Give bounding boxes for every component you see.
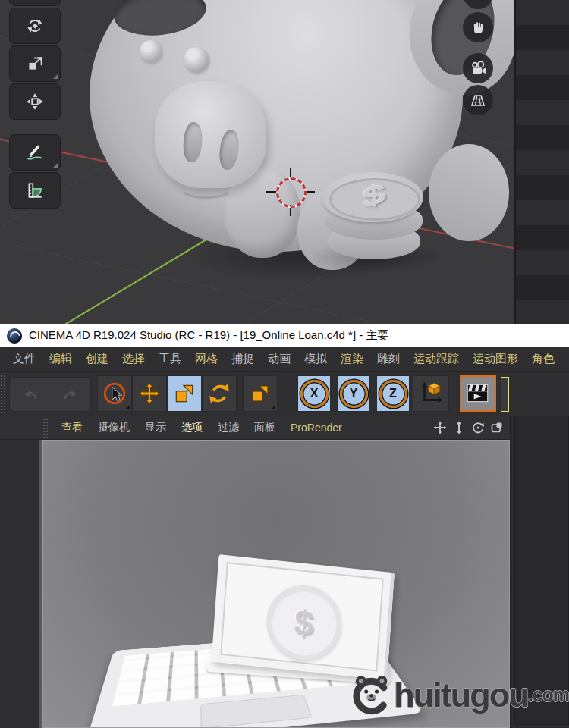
blender-3d-viewport[interactable]: $ bbox=[0, 0, 569, 324]
orthographic-grid-gizmo[interactable] bbox=[463, 85, 493, 115]
outliner-panel[interactable] bbox=[514, 0, 569, 324]
undo-redo-group bbox=[9, 377, 91, 412]
redo-icon[interactable] bbox=[60, 384, 81, 405]
move-icon bbox=[137, 381, 162, 406]
menu-item-select[interactable]: 选择 bbox=[115, 352, 152, 366]
menu-item-simulate[interactable]: 模拟 bbox=[297, 352, 334, 366]
y-axis-lock-button[interactable]: Y bbox=[337, 375, 370, 412]
menu-item-animate[interactable]: 动画 bbox=[261, 352, 297, 366]
z-axis-icon: Z bbox=[379, 380, 407, 408]
render-flyout-button[interactable] bbox=[501, 377, 509, 412]
pig-eye bbox=[140, 40, 162, 63]
coordinate-system-button[interactable] bbox=[413, 375, 449, 412]
cinema4d-logo-icon bbox=[7, 328, 22, 344]
menu-item-motion-tracker[interactable]: 运动跟踪 bbox=[407, 352, 466, 366]
laptop-model[interactable]: $ bbox=[212, 554, 395, 680]
tool-flyout-corner bbox=[53, 74, 58, 79]
hand-icon bbox=[470, 19, 486, 36]
annotate-tool-button[interactable] bbox=[9, 134, 61, 171]
laptop-screen: $ bbox=[220, 562, 384, 671]
rotate-view-icon[interactable] bbox=[471, 421, 485, 435]
cursor-ring bbox=[276, 177, 307, 208]
coin-emblem: $ bbox=[264, 582, 343, 664]
last-used-tool-button[interactable] bbox=[243, 375, 278, 412]
pig-mouth bbox=[178, 173, 235, 199]
palette-scrollbar[interactable] bbox=[39, 416, 42, 728]
menu-item-tools[interactable]: 工具 bbox=[152, 352, 188, 366]
tool-flyout-corner bbox=[53, 163, 58, 168]
render-button[interactable] bbox=[460, 375, 496, 412]
screen-dollar-symbol: $ bbox=[293, 601, 315, 645]
scale-tool-button[interactable] bbox=[167, 375, 202, 412]
watermark-brand: huitugou bbox=[394, 678, 527, 712]
cursor-crosshair bbox=[266, 191, 277, 193]
menu-item-character[interactable]: 角色 bbox=[525, 352, 561, 366]
viewport-menu-panel[interactable]: 面板 bbox=[247, 421, 283, 435]
scale-tool-button[interactable] bbox=[9, 46, 61, 82]
3d-cursor[interactable] bbox=[266, 168, 315, 216]
main-menu-bar: 文件 编辑 创建 选择 工具 网格 捕捉 动画 模拟 渲染 雕刻 运动跟踪 运动… bbox=[0, 347, 569, 372]
measure-icon bbox=[25, 180, 45, 200]
pig-eye bbox=[184, 47, 209, 73]
toolbar-button-partial[interactable] bbox=[9, 0, 61, 6]
toolbar-grip[interactable] bbox=[0, 375, 7, 413]
main-toolbar: X Y Z bbox=[0, 372, 569, 416]
pan-hand-gizmo[interactable] bbox=[463, 12, 493, 42]
live-selection-icon bbox=[102, 381, 127, 406]
measure-tool-button[interactable] bbox=[9, 172, 61, 209]
pig-snout bbox=[155, 81, 266, 188]
tool-flyout-corner bbox=[125, 405, 130, 410]
watermark-bear-logo-icon bbox=[349, 670, 394, 719]
camera-icon bbox=[470, 60, 486, 77]
camera-view-gizmo[interactable] bbox=[463, 53, 493, 83]
transform-tool-button[interactable] bbox=[9, 83, 61, 120]
menu-item-sculpt[interactable]: 雕刻 bbox=[370, 352, 407, 366]
viewport-menu-prorender[interactable]: ProRender bbox=[283, 422, 350, 434]
viewport-menu-grip[interactable] bbox=[42, 418, 49, 438]
mode-palette bbox=[0, 416, 40, 728]
menu-item-edit[interactable]: 编辑 bbox=[42, 352, 79, 366]
viewport-menu-display[interactable]: 显示 bbox=[137, 421, 174, 435]
scale-icon bbox=[25, 54, 45, 74]
menu-item-render[interactable]: 渲染 bbox=[334, 352, 370, 366]
screenshot-root: $ bbox=[0, 0, 569, 728]
rotate-tool-button[interactable] bbox=[202, 375, 237, 412]
zoom-view-icon[interactable] bbox=[452, 421, 466, 435]
rotate-icon bbox=[207, 381, 231, 406]
menu-item-create[interactable]: 创建 bbox=[79, 352, 115, 366]
menu-item-mesh[interactable]: 网格 bbox=[188, 352, 225, 366]
scale-icon bbox=[249, 382, 272, 405]
laptop-trackpad bbox=[200, 695, 312, 728]
transform-icon bbox=[25, 92, 45, 111]
clapperboard-icon bbox=[465, 381, 491, 406]
viewport-menu-bar: 查看 摄像机 显示 选项 过滤 面板 ProRender bbox=[0, 416, 510, 440]
menu-item-mograph[interactable]: 运动图形 bbox=[466, 352, 525, 366]
toggle-panel-icon[interactable] bbox=[490, 421, 504, 435]
live-selection-button[interactable] bbox=[97, 375, 132, 412]
viewport-menu-cameras[interactable]: 摄像机 bbox=[90, 421, 137, 435]
rotate-tool-button[interactable] bbox=[9, 8, 61, 44]
scale-icon bbox=[172, 381, 196, 406]
window-title: CINEMA 4D R19.024 Studio (RC - R19) - [1… bbox=[29, 328, 388, 343]
tool-flyout-corner bbox=[271, 405, 275, 410]
z-axis-lock-button[interactable]: Z bbox=[376, 375, 410, 412]
x-axis-lock-button[interactable]: X bbox=[297, 375, 331, 412]
viewport-menu-view[interactable]: 查看 bbox=[54, 421, 90, 435]
undo-icon[interactable] bbox=[20, 384, 41, 405]
viewport-nav-icons bbox=[433, 421, 510, 435]
viewport-menu-options[interactable]: 选项 bbox=[174, 421, 210, 435]
pig-right-leg bbox=[429, 144, 509, 241]
annotate-pencil-icon bbox=[25, 143, 45, 162]
y-axis-icon: Y bbox=[340, 380, 368, 408]
x-axis-icon: X bbox=[300, 380, 329, 408]
window-titlebar[interactable]: CINEMA 4D R19.024 Studio (RC - R19) - [1… bbox=[0, 324, 569, 347]
move-tool-button[interactable] bbox=[132, 375, 167, 412]
coordinate-system-icon bbox=[418, 381, 444, 406]
menu-item-snap[interactable]: 捕捉 bbox=[225, 352, 261, 366]
grid-icon bbox=[470, 92, 486, 108]
pan-view-icon[interactable] bbox=[433, 421, 447, 435]
menu-item-file[interactable]: 文件 bbox=[6, 352, 42, 366]
viewport-menu-filter[interactable]: 过滤 bbox=[210, 421, 247, 435]
rotate-icon bbox=[25, 16, 45, 36]
watermark: huitugou .com bbox=[349, 667, 569, 722]
